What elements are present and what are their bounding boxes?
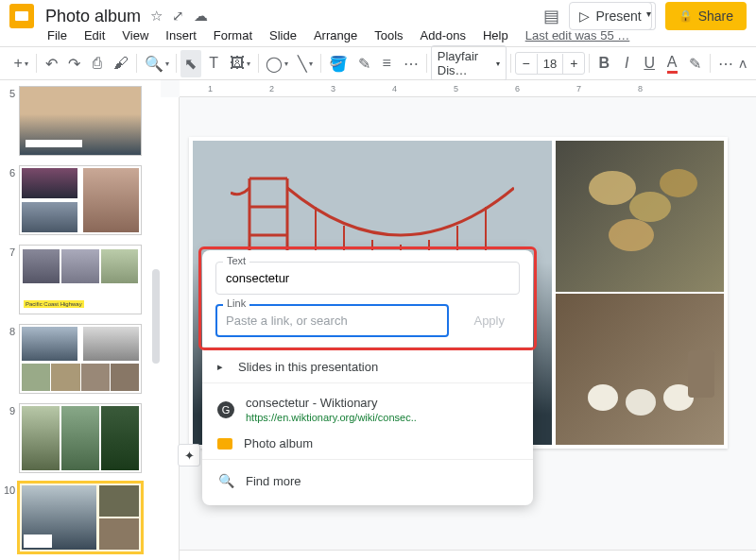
- svg-point-10: [609, 219, 654, 251]
- redo-button[interactable]: ↷: [63, 50, 84, 77]
- svg-point-12: [626, 389, 656, 416]
- image-top-right[interactable]: [556, 141, 724, 292]
- menu-insert[interactable]: Insert: [165, 28, 197, 42]
- apply-button[interactable]: Apply: [458, 306, 520, 335]
- suggestion-photo-album[interactable]: Photo album: [202, 430, 533, 457]
- comments-icon[interactable]: ▤: [543, 6, 559, 26]
- slide-num: 7: [4, 245, 19, 314]
- play-icon: ▷: [579, 8, 590, 24]
- slide-num: 6: [4, 165, 19, 235]
- slide-thumb-10[interactable]: [19, 483, 142, 552]
- menu-tools[interactable]: Tools: [374, 28, 403, 42]
- menu-file[interactable]: File: [47, 28, 67, 42]
- slide-num: 10: [4, 483, 19, 552]
- underline-button[interactable]: U: [639, 50, 660, 76]
- font-increase[interactable]: +: [563, 53, 584, 74]
- app-icon[interactable]: [9, 4, 34, 28]
- chevron-right-icon: ▸: [217, 361, 223, 373]
- link-label: Link: [223, 297, 249, 309]
- menu-addons[interactable]: Add-ons: [421, 28, 466, 42]
- menu-format[interactable]: Format: [214, 28, 252, 42]
- link-dialog: Text Link Apply ▸ Slides in this present…: [202, 250, 533, 505]
- text-label: Text: [223, 255, 249, 266]
- highlight-color[interactable]: ✎: [684, 50, 705, 77]
- border-dash[interactable]: ⋯: [399, 50, 422, 77]
- svg-point-9: [660, 169, 697, 197]
- menu-edit[interactable]: Edit: [84, 28, 105, 42]
- slides-icon: [217, 438, 232, 450]
- slide-thumb-9[interactable]: [19, 403, 142, 473]
- font-select[interactable]: Playfair Dis…▾: [431, 45, 507, 81]
- svg-point-7: [589, 171, 636, 205]
- fill-color[interactable]: 🪣: [325, 50, 352, 77]
- bold-button[interactable]: B: [593, 50, 614, 76]
- ruler-horizontal: 12345678: [180, 80, 756, 97]
- new-slide-button[interactable]: +: [9, 50, 32, 76]
- font-size[interactable]: 18: [537, 54, 563, 74]
- font-decrease[interactable]: −: [516, 53, 537, 74]
- doc-title[interactable]: Photo album: [45, 7, 141, 26]
- image-tool[interactable]: 🖼: [226, 50, 254, 76]
- border-color[interactable]: ✎: [353, 50, 374, 77]
- cloud-icon[interactable]: ☁: [194, 8, 208, 25]
- lock-icon: 🔒: [679, 9, 693, 23]
- print-button[interactable]: ⎙: [87, 50, 108, 76]
- slide-num: 8: [4, 324, 19, 394]
- filmstrip-scrollbar[interactable]: [152, 269, 160, 364]
- present-button[interactable]: ▷ Present: [569, 2, 651, 30]
- slide-num: 9: [4, 403, 19, 473]
- menu-slide[interactable]: Slide: [269, 28, 297, 42]
- svg-point-8: [629, 192, 671, 222]
- globe-icon: G: [217, 401, 234, 418]
- undo-button[interactable]: ↶: [41, 50, 61, 77]
- select-tool[interactable]: ⬉: [180, 50, 201, 77]
- shape-tool[interactable]: ◯: [262, 50, 291, 77]
- filmstrip[interactable]: 5 6 7 Pacific Coast Highway: [0, 80, 161, 560]
- speaker-notes[interactable]: Click to add speaker notes: [180, 550, 756, 560]
- more-button[interactable]: ⋯: [713, 50, 737, 77]
- slide-thumb-5[interactable]: [19, 86, 142, 156]
- link-input[interactable]: [215, 304, 449, 337]
- line-tool[interactable]: ╲: [293, 50, 317, 77]
- svg-rect-14: [688, 350, 714, 398]
- menu-view[interactable]: View: [122, 28, 148, 42]
- search-icon: 🔍: [217, 472, 234, 489]
- text-color[interactable]: A: [662, 49, 682, 78]
- ruler-vertical: [161, 97, 180, 560]
- last-edit-link[interactable]: Last edit was 55 …: [525, 28, 630, 42]
- svg-point-11: [588, 384, 618, 411]
- find-more[interactable]: 🔍 Find more: [202, 466, 533, 496]
- image-bottom-right[interactable]: [556, 294, 724, 445]
- menu-arrange[interactable]: Arrange: [314, 28, 357, 42]
- slide-thumb-6[interactable]: [19, 165, 142, 235]
- italic-button[interactable]: I: [616, 50, 637, 76]
- menu-help[interactable]: Help: [483, 28, 508, 42]
- slide-thumb-8[interactable]: [19, 324, 142, 394]
- text-input[interactable]: [215, 262, 520, 295]
- paint-format-button[interactable]: 🖌: [110, 50, 133, 76]
- textbox-tool[interactable]: T: [203, 50, 224, 76]
- zoom-button[interactable]: 🔍: [141, 50, 172, 77]
- collapse-toolbar[interactable]: ʌ: [739, 56, 747, 71]
- suggestion-wiktionary[interactable]: G consectetur - Wiktionary https://en.wi…: [202, 389, 533, 430]
- explore-button[interactable]: ✦: [178, 444, 200, 467]
- star-icon[interactable]: ☆: [150, 8, 163, 25]
- move-icon[interactable]: ⤢: [172, 8, 184, 25]
- border-weight[interactable]: ≡: [376, 50, 397, 76]
- slide-num: 5: [4, 86, 19, 156]
- share-button[interactable]: 🔒 Share: [665, 2, 747, 30]
- present-dropdown[interactable]: ▾: [643, 2, 656, 30]
- slide-thumb-7[interactable]: Pacific Coast Highway: [19, 245, 142, 314]
- slides-in-presentation[interactable]: ▸ Slides in this presentation: [202, 353, 533, 381]
